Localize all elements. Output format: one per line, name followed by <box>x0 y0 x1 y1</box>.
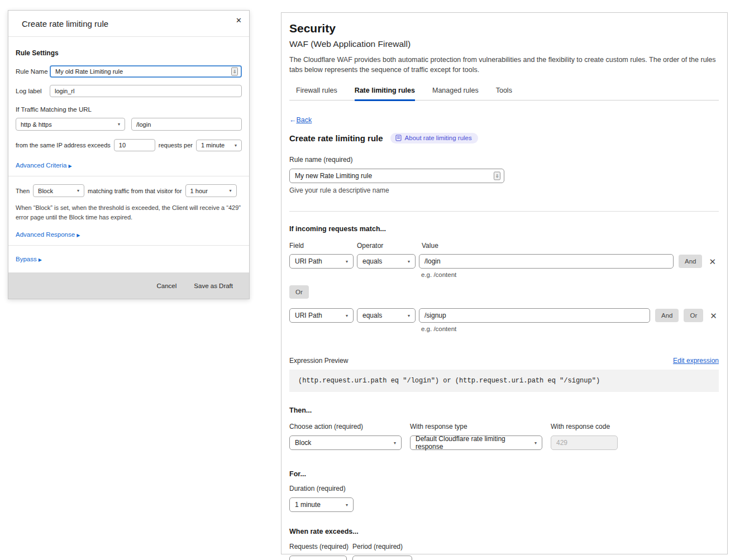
chevron-down-icon: ▾ <box>346 313 348 318</box>
advanced-criteria-link[interactable]: Advanced Criteria▶ <box>16 162 72 169</box>
response-code-label: With response code <box>551 423 610 430</box>
condition-row: URI Path ▾ equals ▾ And ✕ <box>289 254 719 269</box>
tab-tools[interactable]: Tools <box>496 87 512 101</box>
rule-settings-heading: Rule Settings <box>16 49 242 57</box>
and-button[interactable]: And <box>679 255 702 268</box>
operator-select[interactable]: equals ▾ <box>357 254 416 269</box>
or-button[interactable]: Or <box>684 309 703 322</box>
rule-name-label: Rule name (required) <box>289 156 719 164</box>
expression-preview-label: Expression Preview <box>289 357 348 365</box>
form-title: Create rate limiting rule <box>289 133 383 143</box>
choose-action-label: Choose action (required) <box>289 423 410 430</box>
divider <box>289 211 719 212</box>
back-link[interactable]: ←Back <box>289 116 312 124</box>
page-title: Security <box>289 22 719 35</box>
value-column-label: Value <box>422 242 438 250</box>
threshold-row: from the same IP address exceeds request… <box>16 139 242 151</box>
duration-select-value: 1 minute <box>295 501 321 509</box>
save-as-draft-button[interactable]: Save as Draft <box>194 283 233 289</box>
response-type-label: With response type <box>410 423 551 430</box>
response-code-input <box>551 435 618 450</box>
autofill-icon[interactable]: ⇩ <box>494 172 500 180</box>
chevron-down-icon: ▾ <box>230 188 232 193</box>
traffic-match-row: http & https ▾ <box>16 118 242 131</box>
rule-name-input[interactable] <box>50 65 242 78</box>
then-row: Then Block ▾ matching traffic from that … <box>16 184 242 197</box>
rule-name-input[interactable] <box>289 169 504 183</box>
modal-body: Rule Settings Rule Name ⇩ Log label If T… <box>8 37 249 271</box>
action-select[interactable]: Block ▾ <box>33 184 84 197</box>
operator-select[interactable]: equals ▾ <box>357 308 416 323</box>
tab-rate-limiting-rules[interactable]: Rate limiting rules <box>355 87 415 101</box>
period-select[interactable]: 1 minute ▾ <box>352 556 412 560</box>
url-input[interactable] <box>131 118 242 131</box>
log-label-input[interactable] <box>50 85 242 97</box>
requests-input[interactable] <box>114 139 155 151</box>
period-label: Period (required) <box>352 543 403 551</box>
then-section-title: Then... <box>289 406 719 414</box>
modal-header: Create rate limiting rule ✕ <box>8 11 249 37</box>
edit-expression-link[interactable]: Edit expression <box>673 357 719 365</box>
field-column-label: Field <box>289 242 357 250</box>
block-note: When “Block” is set, when the threshold … <box>16 203 242 222</box>
autofill-icon[interactable]: ⇩ <box>231 68 238 76</box>
about-rate-limiting-badge[interactable]: About rate limiting rules <box>390 133 478 143</box>
value-input[interactable] <box>419 308 650 323</box>
remove-condition-icon[interactable]: ✕ <box>710 312 717 320</box>
page-subtitle: WAF (Web Application Firewall) <box>289 39 719 49</box>
chevron-down-icon: ▾ <box>408 313 410 318</box>
chevron-down-icon: ▾ <box>534 441 537 446</box>
field-select[interactable]: URI Path ▾ <box>289 308 354 323</box>
requests-input[interactable] <box>289 556 347 560</box>
remove-condition-icon[interactable]: ✕ <box>709 257 716 266</box>
divider <box>8 245 249 246</box>
response-type-select[interactable]: Default Cloudflare rate limiting respons… <box>410 435 542 450</box>
expand-icon: ▶ <box>77 233 80 238</box>
period-select[interactable]: 1 minute ▾ <box>196 140 242 151</box>
condition-row: URI Path ▾ equals ▾ And Or ✕ <box>289 308 719 323</box>
chevron-down-icon: ▾ <box>346 502 348 508</box>
modal-title: Create rate limiting rule <box>22 19 108 28</box>
period-select-value: 1 minute <box>201 142 225 149</box>
threshold-prefix-text: from the same IP address exceeds <box>16 142 111 149</box>
or-button[interactable]: Or <box>289 285 309 299</box>
expand-icon: ▶ <box>39 257 42 262</box>
chevron-down-icon: ▾ <box>394 441 396 446</box>
then-label: Then <box>16 188 30 194</box>
divider <box>8 176 249 176</box>
value-input[interactable] <box>419 254 674 269</box>
log-label-label: Log label <box>16 88 50 94</box>
tab-managed-rules[interactable]: Managed rules <box>432 87 479 101</box>
chevron-down-icon: ▾ <box>346 259 348 264</box>
scheme-select[interactable]: http & https ▾ <box>16 118 125 131</box>
duration-select[interactable]: 1 minute ▾ <box>289 497 354 512</box>
action-select[interactable]: Block ▾ <box>289 435 402 450</box>
operator-select-value: equals <box>362 312 382 319</box>
then-middle-text: matching traffic from that visitor for <box>88 188 182 194</box>
field-select-value: URI Path <box>295 257 322 265</box>
expand-icon: ▶ <box>68 164 71 169</box>
field-select[interactable]: URI Path ▾ <box>289 254 354 269</box>
requests-label: Requests (required) <box>289 543 352 551</box>
action-select-value: Block <box>38 188 53 194</box>
advanced-response-link[interactable]: Advanced Response▶ <box>16 231 80 238</box>
cancel-button[interactable]: Cancel <box>157 283 177 289</box>
chevron-down-icon: ▾ <box>77 188 79 193</box>
field-select-value: URI Path <box>295 312 322 319</box>
bypass-link[interactable]: Bypass▶ <box>16 256 42 262</box>
rule-name-row: Rule Name ⇩ <box>16 65 242 78</box>
threshold-middle-text: requests per <box>159 142 193 149</box>
operator-select-value: equals <box>362 257 382 265</box>
chevron-down-icon: ▾ <box>408 259 410 264</box>
close-icon[interactable]: ✕ <box>236 16 242 25</box>
and-button[interactable]: And <box>655 309 679 322</box>
tab-firewall-rules[interactable]: Firewall rules <box>296 87 337 101</box>
doc-icon <box>395 135 402 141</box>
modal-footer: Cancel Save as Draft <box>8 272 249 299</box>
value-helper: e.g. /content <box>421 326 719 332</box>
block-duration-select[interactable]: 1 hour ▾ <box>185 184 237 197</box>
rule-name-label: Rule Name <box>16 68 50 75</box>
create-rate-limiting-rule-modal: Create rate limiting rule ✕ Rule Setting… <box>8 10 250 299</box>
action-select-value: Block <box>295 439 311 447</box>
rate-section-title: When rate exceeds... <box>289 528 719 535</box>
